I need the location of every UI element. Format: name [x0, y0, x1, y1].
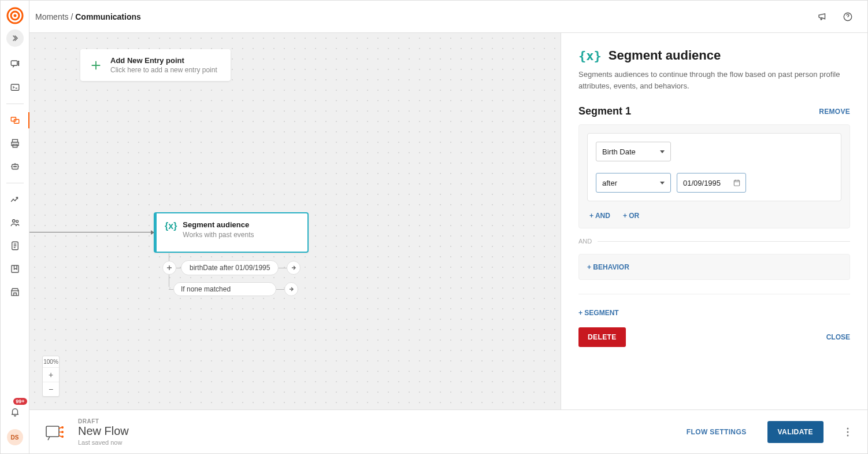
flow-canvas[interactable]: Add New Entry point Click here to add a … [29, 33, 561, 409]
svg-point-2 [13, 14, 16, 17]
flow-meta: DRAFT New Flow Last saved now [78, 418, 129, 446]
plus-icon [88, 58, 103, 73]
connector-in [29, 232, 154, 233]
svg-rect-3 [11, 61, 17, 65]
announce-icon[interactable] [814, 9, 830, 25]
braces-icon: {x} [578, 49, 602, 63]
validate-button[interactable]: VALIDATE [767, 421, 824, 443]
add-and-button[interactable]: + AND [589, 212, 610, 220]
flow-name[interactable]: New Flow [78, 425, 129, 438]
svg-rect-7 [11, 84, 19, 91]
svg-point-5 [18, 63, 19, 64]
main-area: Moments / Communications Add New Entr [29, 1, 867, 453]
panel-description: Segments audiences to continue through t… [578, 69, 850, 91]
svg-point-14 [13, 166, 14, 167]
svg-point-28 [847, 431, 849, 433]
add-branch-button[interactable] [162, 261, 176, 275]
calendar-icon [733, 179, 741, 189]
nav-terminal-icon[interactable] [1, 76, 29, 99]
left-rail: 99+ DS [1, 1, 29, 453]
nav-store-icon[interactable] [1, 280, 29, 304]
nav-doc-icon[interactable] [1, 234, 29, 257]
breadcrumb-current: Communications [75, 12, 141, 21]
top-bar: Moments / Communications [29, 1, 867, 33]
svg-point-24 [61, 426, 64, 429]
properties-panel: {x} Segment audience Segments audiences … [561, 33, 867, 409]
svg-point-26 [61, 435, 64, 438]
node-title: Segment audience [183, 220, 254, 229]
svg-point-6 [18, 65, 19, 66]
brand-logo[interactable] [5, 5, 25, 26]
rail-divider-2 [6, 183, 24, 183]
branch-condition-pill[interactable]: birthDate after 01/09/1995 [181, 260, 279, 275]
attribute-select[interactable]: Birth Date [596, 142, 671, 161]
notification-badge: 99+ [13, 398, 27, 405]
svg-rect-13 [12, 164, 18, 169]
close-button[interactable]: CLOSE [826, 333, 850, 341]
svg-point-17 [16, 220, 18, 223]
svg-point-27 [847, 427, 849, 429]
flow-settings-button[interactable]: FLOW SETTINGS [687, 428, 747, 436]
add-entry-point-card[interactable]: Add New Entry point Click here to add a … [80, 49, 231, 81]
svg-point-4 [18, 61, 19, 62]
node-subtitle: Works with past events [183, 231, 254, 239]
separator [578, 294, 850, 294]
flow-icon [43, 420, 68, 444]
svg-rect-10 [12, 139, 17, 142]
svg-point-16 [12, 220, 15, 223]
delete-button[interactable]: DELETE [578, 327, 626, 347]
rail-divider [6, 104, 24, 104]
zoom-control: 100% + − [42, 356, 60, 397]
segment-block: Birth Date after 01/09/1995 [578, 124, 850, 228]
breadcrumb[interactable]: Moments / Communications [35, 12, 141, 21]
user-avatar[interactable]: DS [7, 429, 23, 445]
branch-next-button[interactable] [287, 261, 301, 275]
segment-audience-node[interactable]: {x} Segment audience Works with past eve… [154, 212, 309, 253]
add-segment-button[interactable]: + SEGMENT [578, 309, 619, 317]
date-input[interactable]: 01/09/1995 [677, 173, 746, 193]
svg-point-29 [847, 434, 849, 436]
nav-moments-icon[interactable] [1, 109, 29, 132]
nav-people-icon[interactable] [1, 211, 29, 234]
notifications-button[interactable]: 99+ [1, 400, 29, 423]
body-split: Add New Entry point Click here to add a … [29, 33, 867, 409]
add-behavior-button[interactable]: + BEHAVIOR [587, 263, 629, 271]
branch-else-next-button[interactable] [284, 282, 298, 296]
entry-subtitle: Click here to add a new entry point [110, 66, 217, 74]
nav-conversations-icon[interactable] [1, 53, 29, 76]
rule-card: Birth Date after 01/09/1995 [587, 133, 841, 201]
nav-print-icon[interactable] [1, 132, 29, 155]
panel-title: Segment audience [609, 48, 721, 63]
flow-saved: Last saved now [78, 439, 129, 446]
nav-bookmark-icon[interactable] [1, 257, 29, 280]
operator-select[interactable]: after [596, 173, 671, 193]
more-menu-button[interactable] [842, 427, 854, 437]
help-icon[interactable] [840, 9, 856, 25]
breadcrumb-root: Moments [35, 12, 69, 21]
footer-bar: DRAFT New Flow Last saved now FLOW SETTI… [29, 409, 867, 453]
nav-bot-icon[interactable] [1, 155, 29, 178]
expand-sidebar-button[interactable] [6, 29, 24, 47]
svg-rect-23 [46, 426, 59, 437]
zoom-in-button[interactable]: + [43, 368, 59, 382]
zoom-level: 100% [43, 356, 59, 368]
behavior-block: + BEHAVIOR [578, 254, 850, 280]
zoom-out-button[interactable]: − [43, 382, 59, 396]
nav-analytics-icon[interactable] [1, 188, 29, 211]
branch-else-pill[interactable]: If none matched [173, 282, 276, 296]
flow-status: DRAFT [78, 418, 129, 425]
segment-heading: Segment 1 [578, 105, 631, 117]
panel-header: {x} Segment audience [578, 48, 850, 63]
node-branches: birthDate after 01/09/1995 If none match… [164, 253, 301, 296]
svg-rect-22 [734, 180, 739, 186]
add-or-button[interactable]: + OR [623, 212, 639, 220]
app-root: 99+ DS Moments / Communications [0, 0, 868, 454]
remove-segment-button[interactable]: REMOVE [819, 108, 850, 116]
svg-point-25 [61, 431, 64, 433]
entry-title: Add New Entry point [110, 56, 217, 65]
braces-icon: {x} [165, 221, 177, 239]
and-separator: AND [578, 238, 850, 245]
svg-point-15 [15, 166, 16, 167]
